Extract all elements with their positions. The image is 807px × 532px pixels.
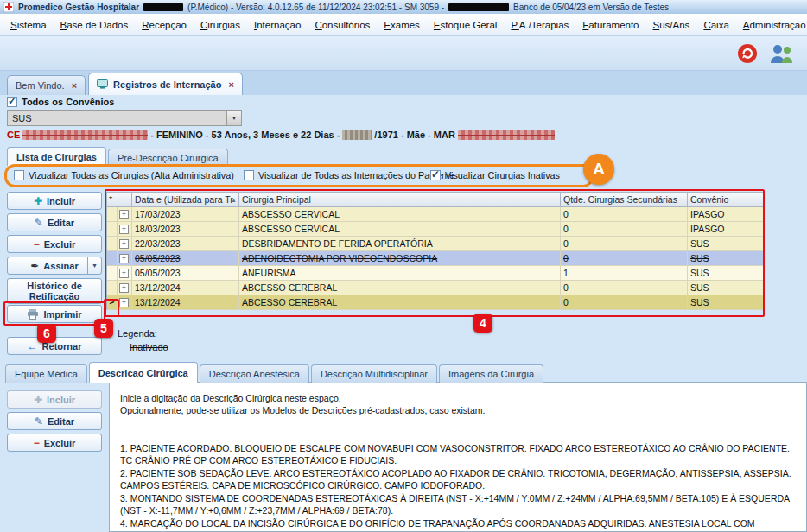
current-row-marker: > <box>110 297 115 307</box>
tab-pre-descricao[interactable]: Pré-Descrição Cirurgica <box>108 149 228 166</box>
menu-exames[interactable]: Exames <box>377 16 427 34</box>
tab-descricao-multidisciplinar[interactable]: Descrição Multidisciplinar <box>311 364 437 383</box>
patient-info-line: CE - FEMININO - 53 Anos, 3 Meses e 22 Di… <box>7 130 555 140</box>
patient-name-redaction <box>22 130 148 140</box>
tab-bem-vindo-label: Bem Vindo. <box>16 80 65 91</box>
menubar: Sistema Base de Dados Recepção Cirurgias… <box>0 14 807 36</box>
menu-faturamento[interactable]: Faturamento <box>575 16 645 34</box>
menu-recepcao[interactable]: Recepção <box>135 16 194 34</box>
cell-qty: 0 <box>561 207 688 222</box>
tab-bem-vindo[interactable]: Bem Vindo. × <box>7 75 86 95</box>
close-icon[interactable]: × <box>72 80 77 91</box>
minus-icon: − <box>34 239 40 250</box>
cell-surgery: ABCESSO CEREBRAL <box>239 295 561 310</box>
expand-row-icon[interactable]: + <box>119 269 129 278</box>
cell-surgery: ADENOIDECTOMIA POR VIDEOENDOSCOPIA <box>239 251 561 266</box>
cb-todas-cirurgias-label: Vizualizar Todas as Cirurgias (Alta Admi… <box>29 170 234 180</box>
descricao-editar-button[interactable]: ✎ Editar <box>7 412 102 430</box>
column-header-data[interactable]: Data e (Utilizada para Tr ▲ <box>132 193 239 207</box>
cb-todas-cirurgias-checkbox[interactable] <box>14 170 24 180</box>
bottom-tabstrip: Equipe Médica Descricao Cirúrgica Descri… <box>5 362 543 383</box>
expand-row-icon[interactable]: + <box>119 210 129 219</box>
descricao-editar-label: Editar <box>48 416 74 427</box>
menu-base-de-dados[interactable]: Base de Dados <box>54 16 136 34</box>
todos-convenios-label: Todos os Convênios <box>22 97 114 107</box>
filter-checkbox-alta: Vizualizar Todas as Cirurgias (Alta Admi… <box>14 170 234 180</box>
menu-internacao[interactable]: Internação <box>247 16 308 34</box>
legend-inativado: Inativado <box>130 342 168 352</box>
cell-date: 22/03/2023 <box>132 237 239 251</box>
patient-mother-redaction <box>458 130 555 140</box>
cb-cirurgias-inativas-label: Visualizar Cirurgias Inativas <box>445 170 560 180</box>
pen-icon: ✒ <box>30 261 39 271</box>
menu-administracao[interactable]: Administração <box>736 16 807 34</box>
surgery-subtabs: Lista de Cirurgias Pré-Descrição Cirurgi… <box>7 147 228 166</box>
column-header-qtde[interactable]: Qtde. Cirurgias Secundárias <box>561 193 688 207</box>
excluir-button[interactable]: − Excluir <box>7 235 102 253</box>
tab-lista-cirurgias-label: Lista de Cirurgias <box>16 152 97 162</box>
column-header-marker[interactable]: * <box>107 193 132 207</box>
cell-convenio: SUS <box>688 266 765 281</box>
cell-surgery: DESBRIDAMENTO DE FERIDA OPERATÓRIA <box>239 237 561 251</box>
tab-descricao-cirurgica[interactable]: Descricao Cirúrgica <box>89 362 198 383</box>
sort-asc-icon: ▲ <box>231 193 237 207</box>
title-redaction-bar <box>143 3 183 11</box>
cell-date: 05/05/2023 <box>132 251 239 266</box>
close-icon[interactable]: × <box>228 79 233 90</box>
printer-icon <box>27 309 39 320</box>
historico-retificacao-button[interactable]: Histórico de Retificação <box>7 278 102 304</box>
surgical-description-editor[interactable]: Inicie a digitação da Descrição Cirúrgic… <box>109 382 807 532</box>
expand-row-icon[interactable]: + <box>119 239 129 249</box>
assinar-dropdown-chevron-icon[interactable]: ▼ <box>87 257 101 274</box>
menu-estoque-geral[interactable]: Estoque Geral <box>427 16 505 34</box>
convenio-select[interactable]: SUS ▼ <box>7 110 242 126</box>
pencil-icon: ✎ <box>35 416 43 427</box>
chevron-down-icon[interactable]: ▼ <box>226 111 241 125</box>
cell-date: 13/12/2024 <box>132 295 239 310</box>
cb-cirurgias-inativas-checkbox[interactable] <box>430 170 441 180</box>
todos-convenios-checkbox[interactable] <box>7 97 17 107</box>
menu-consultorios[interactable]: Consultórios <box>308 16 377 34</box>
users-icon[interactable] <box>767 41 795 69</box>
incluir-button[interactable]: ✚ Incluir <box>7 192 102 210</box>
editar-button[interactable]: ✎ Editar <box>7 213 102 231</box>
convenio-selected-value: SUS <box>8 113 226 124</box>
tab-descricao-anestesica[interactable]: Descrição Anestésica <box>200 364 309 383</box>
menu-caixa[interactable]: Caixa <box>696 16 735 34</box>
menu-cirurgias[interactable]: Cirurgias <box>194 16 247 34</box>
cell-surgery: ABCESSO CEREBRAL <box>239 281 561 295</box>
cell-convenio: SUS <box>688 295 765 310</box>
cell-qty: 0 <box>561 251 688 266</box>
assinar-button[interactable]: ✒ Assinar ▼ <box>7 256 102 275</box>
imprimir-button[interactable]: Imprimir <box>7 305 102 323</box>
logoff-icon[interactable] <box>736 42 759 68</box>
expand-row-icon[interactable]: + <box>119 254 129 263</box>
cb-todas-internacoes-checkbox[interactable] <box>244 170 254 180</box>
historico-label-line1: Histórico de <box>27 281 82 291</box>
expand-row-icon[interactable]: + <box>119 225 129 234</box>
tab-lista-cirurgias[interactable]: Lista de Cirurgias <box>7 147 106 166</box>
column-header-convenio[interactable]: Convênio <box>688 193 765 207</box>
todos-convenios-row: Todos os Convênios <box>7 97 114 107</box>
descricao-excluir-button[interactable]: − Excluir <box>7 434 102 452</box>
menu-pa-terapias[interactable]: P.A./Terapias <box>504 16 575 34</box>
cell-date: 17/03/2023 <box>132 207 239 222</box>
descricao-incluir-label: Incluir <box>47 395 75 405</box>
expand-row-icon[interactable]: + <box>119 283 129 293</box>
menu-sistema[interactable]: Sistema <box>3 16 54 34</box>
tab-descricao-anestesica-label: Descrição Anestésica <box>209 369 300 379</box>
tab-equipe-medica[interactable]: Equipe Médica <box>5 364 87 383</box>
cell-convenio: SUS <box>688 251 765 266</box>
menu-sus-ans[interactable]: Sus/Ans <box>646 16 697 34</box>
expand-row-icon[interactable]: + <box>119 298 129 307</box>
tab-registros-internacao[interactable]: Registros de Internação × <box>88 73 243 95</box>
cell-qty: 0 <box>561 281 688 295</box>
tab-imagens-cirurgia[interactable]: Imagens da Cirurgia <box>439 364 543 383</box>
cell-convenio: IPASGO <box>688 207 765 222</box>
patient-birthdate-redaction <box>342 130 372 140</box>
descricao-incluir-button[interactable]: ✚ Incluir <box>7 390 102 408</box>
cell-qty: 1 <box>561 266 688 281</box>
patient-birth-suffix: /1971 - Mãe - MAR <box>374 130 455 140</box>
column-header-cirurgia[interactable]: Cirurgia Principal <box>239 193 561 207</box>
legend-title: Legenda: <box>118 328 157 339</box>
